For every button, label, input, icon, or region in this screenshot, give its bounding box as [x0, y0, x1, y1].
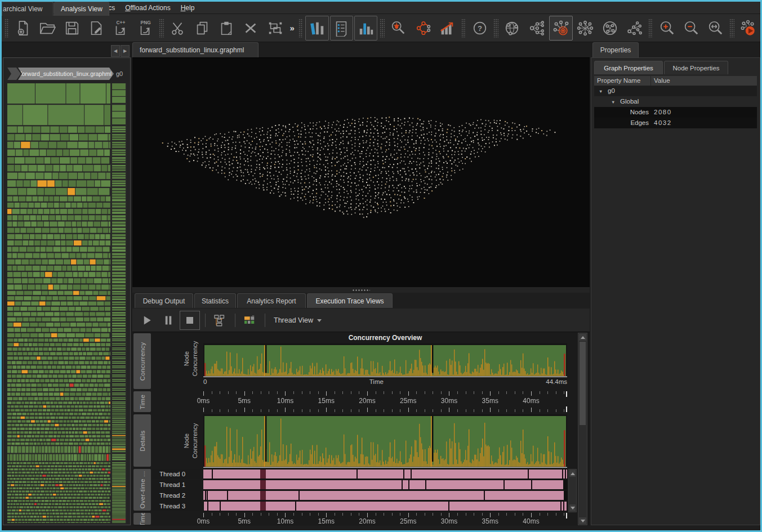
- scroll-up-icon[interactable]: [569, 470, 576, 477]
- task-segment[interactable]: [203, 470, 567, 479]
- stop-button[interactable]: [180, 311, 200, 330]
- tab-properties[interactable]: Properties: [592, 42, 639, 57]
- concurrency-overview-plot[interactable]: [203, 343, 567, 377]
- layout-sphere-button[interactable]: [501, 16, 524, 41]
- blocked-region[interactable]: [260, 470, 266, 479]
- toolbar-grip-handle[interactable]: [461, 19, 466, 38]
- scroll-up-icon[interactable]: [579, 334, 586, 341]
- debug-inspect-button[interactable]: [387, 16, 410, 41]
- section-header-concurrency[interactable]: Concurrency: [133, 333, 151, 389]
- toolbar-grip-handle[interactable]: [729, 19, 734, 38]
- section-header-overtime[interactable]: Over-time ...: [133, 469, 151, 511]
- blocked-region[interactable]: [260, 502, 266, 511]
- pause-button[interactable]: [158, 311, 179, 330]
- toolbar-overflow-button[interactable]: »: [287, 23, 296, 33]
- menu-offload-actions[interactable]: Offload Actions: [120, 3, 176, 13]
- thread-activity-bar[interactable]: [203, 469, 567, 479]
- zoom-fit-button[interactable]: [704, 16, 727, 41]
- property-row-edges[interactable]: Edges 4032: [594, 118, 757, 128]
- help-button[interactable]: ?: [468, 16, 491, 41]
- layout-tree-button[interactable]: [525, 16, 548, 41]
- timeline-view-button[interactable]: [239, 311, 260, 330]
- scroll-down-icon[interactable]: [569, 504, 576, 511]
- task-segment[interactable]: [203, 480, 563, 489]
- property-row-g0[interactable]: ▼ g0: [594, 86, 757, 96]
- layout-targeted-button[interactable]: [549, 16, 572, 41]
- section-header-time[interactable]: Time: [133, 391, 151, 412]
- horizontal-splitter[interactable]: [132, 287, 590, 293]
- zoom-out-button[interactable]: [680, 16, 703, 41]
- property-row-nodes[interactable]: Nodes 2080: [594, 107, 757, 118]
- expander-icon[interactable]: ▼: [599, 86, 603, 97]
- task-segment[interactable]: [204, 502, 567, 511]
- breadcrumb-node[interactable]: g0: [114, 68, 123, 80]
- thread-activity-bar[interactable]: [203, 480, 567, 490]
- delete-button[interactable]: [239, 16, 262, 41]
- time-ruler-top[interactable]: 0ms5ms10ms15ms20ms25ms30ms35ms40ms: [203, 391, 567, 412]
- export-png-button[interactable]: PNG: [133, 16, 157, 41]
- toolbar-grip-handle[interactable]: [648, 19, 653, 38]
- thread-activity-bar[interactable]: [203, 501, 567, 511]
- scrollbar-thumb[interactable]: [580, 342, 586, 425]
- chart-view-button[interactable]: [354, 16, 377, 41]
- tab-node-properties[interactable]: Node Properties: [664, 61, 728, 74]
- task-segment[interactable]: [203, 491, 564, 500]
- critical-path-button[interactable]: [411, 16, 434, 41]
- zoom-in-button[interactable]: [655, 16, 678, 41]
- toolbar-grip-handle[interactable]: [298, 19, 303, 38]
- new-graph-button[interactable]: [11, 16, 34, 41]
- graph-node-cloud[interactable]: [132, 58, 590, 287]
- time-ruler-bottom[interactable]: 0ms5ms10ms15ms20ms25ms30ms35ms40ms: [203, 513, 567, 525]
- menu-help[interactable]: Help: [176, 3, 200, 13]
- tab-scroll-left-button[interactable]: ◀: [111, 45, 120, 57]
- column-value[interactable]: Value: [651, 76, 670, 86]
- column-property-name[interactable]: Property Name: [594, 76, 651, 86]
- histogram-view-button[interactable]: [305, 16, 328, 41]
- tab-analytics-report[interactable]: Analytics Report: [237, 293, 306, 308]
- section-header-time-bottom[interactable]: Time: [133, 513, 151, 525]
- toolbar-grip-handle[interactable]: [493, 19, 498, 38]
- layout-interlocked-button[interactable]: [574, 16, 597, 41]
- breadcrumb-root-chevron[interactable]: [7, 68, 21, 80]
- layout-enclosed-button[interactable]: [598, 16, 621, 41]
- tab-execution-trace-views[interactable]: Execution Trace Views: [307, 293, 393, 308]
- tab-debug-output[interactable]: Debug Output: [135, 293, 193, 308]
- layout-enclosed-icon: [601, 20, 618, 37]
- analysis-treemap[interactable]: [7, 83, 127, 524]
- tab-graph-properties[interactable]: Graph Properties: [594, 61, 663, 74]
- edit-graph-button[interactable]: [84, 16, 108, 41]
- blocked-region[interactable]: [260, 480, 266, 489]
- cut-button[interactable]: [166, 16, 189, 41]
- thread-activity-bar[interactable]: [203, 490, 567, 500]
- blocked-region[interactable]: [260, 491, 266, 500]
- paste-button[interactable]: [215, 16, 238, 41]
- open-button[interactable]: [36, 16, 59, 41]
- toolbar-grip-handle[interactable]: [380, 19, 384, 38]
- graph-tree-view-button[interactable]: [210, 311, 230, 330]
- tab-hierarchical-view[interactable]: archical View: [2, 2, 54, 16]
- group-nodes-button[interactable]: [264, 16, 287, 41]
- section-header-details[interactable]: Details: [133, 414, 151, 467]
- save-button[interactable]: [60, 16, 83, 41]
- export-cpp-button[interactable]: C++: [109, 16, 132, 41]
- thread-view-selector[interactable]: Thread View: [274, 316, 322, 324]
- play-button[interactable]: [137, 311, 157, 330]
- tab-analysis-view[interactable]: Analysis View: [54, 2, 109, 16]
- toolbar-grip-handle[interactable]: [5, 19, 9, 38]
- tab-document[interactable]: forward_substitution_linux.graphml: [132, 42, 259, 57]
- scroll-down-icon[interactable]: [579, 517, 586, 524]
- property-row-global[interactable]: ▼ Global: [594, 96, 757, 107]
- layout-spread-button[interactable]: [622, 16, 645, 41]
- tab-scroll-right-button[interactable]: ▶: [121, 45, 130, 57]
- run-graph-button[interactable]: [737, 16, 760, 41]
- breadcrumb-file[interactable]: forward_substitution_linux.graphml: [18, 68, 114, 80]
- trace-vertical-scrollbar[interactable]: [578, 333, 587, 525]
- copy-button[interactable]: [190, 16, 213, 41]
- tab-statistics[interactable]: Statistics: [194, 293, 236, 308]
- report-view-button[interactable]: [330, 16, 353, 41]
- expander-icon[interactable]: ▼: [611, 97, 615, 108]
- thread-timeline-scrollbar[interactable]: [568, 469, 577, 512]
- concurrency-details-plot[interactable]: [203, 414, 567, 468]
- toolbar-grip-handle[interactable]: [159, 19, 163, 38]
- performance-trend-button[interactable]: [435, 16, 458, 41]
